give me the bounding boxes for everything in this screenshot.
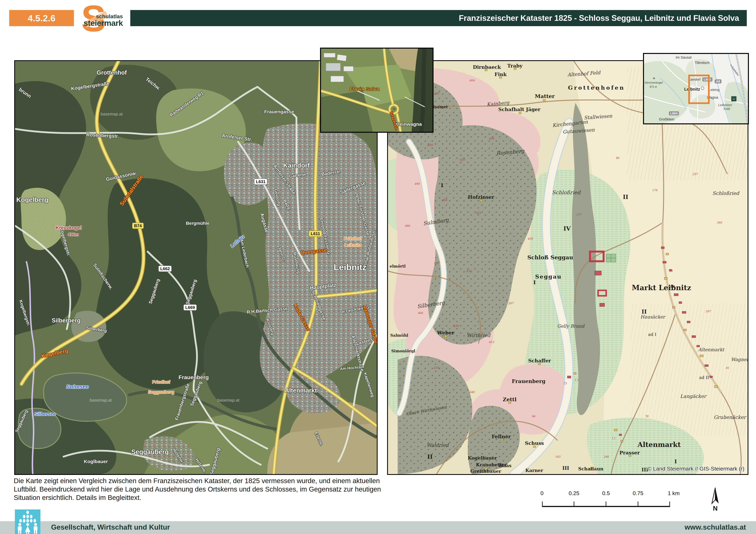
map-label: Kainberg: [487, 100, 509, 107]
map-label: Augasse: [259, 212, 270, 233]
map-label: 613: [489, 341, 494, 343]
map-label: Kapellenweg: [363, 372, 375, 398]
map-label: Schloßried: [712, 191, 739, 196]
map-label: 486: [405, 224, 410, 227]
map-label: Silberberg: [52, 317, 80, 324]
map-label: Silberberg: [417, 299, 445, 310]
map-label: Zettl: [503, 396, 516, 403]
map-label: Leibnitzer: [718, 103, 732, 107]
map-label: Altenmarkt: [285, 387, 317, 394]
map-label: Sallergasse: [339, 180, 366, 195]
map-label: Kleinwagna: [395, 121, 422, 127]
footer-url[interactable]: www.schulatlas.at: [685, 523, 746, 531]
map-label: Hirtenw.: [194, 457, 208, 473]
map-label: Rosenbergstr.: [86, 132, 119, 139]
logo-line2: steiermark: [84, 18, 123, 28]
north-arrow-icon: [710, 487, 721, 505]
map-label: basemap.at: [101, 112, 123, 116]
map-label: Kaindorf: [283, 162, 310, 169]
map-label: Altenmarkt: [698, 347, 724, 352]
map-label: 466: [418, 311, 423, 315]
map-label: Radwanderweg R1: [169, 90, 204, 118]
map-label: Grubenäcker: [714, 414, 746, 420]
map-label: 143: [555, 455, 560, 458]
map-copyright: © Land Steiermark // GIS-Steiermark (r): [648, 466, 744, 472]
map-label: 640: [470, 391, 474, 394]
map-label: Schloßried: [552, 190, 580, 195]
map-label: Karner: [525, 468, 543, 473]
map-label: 438: [453, 324, 458, 327]
map-label: Frauenberg: [512, 378, 546, 384]
north-arrow: N: [710, 487, 721, 513]
map-label: Wirthried: [467, 333, 490, 338]
map-label: 672: [434, 366, 439, 369]
map-label: I: [441, 182, 444, 189]
map-label: 96: [532, 415, 535, 418]
map-label: Schaffer: [528, 358, 551, 364]
map-label: Seggauberg: [148, 278, 161, 305]
map-label: Waldried: [427, 442, 448, 448]
map-label: 490: [415, 182, 419, 185]
map-label: Demmerkogel: [645, 81, 663, 85]
map-label: Kogelbauer: [468, 455, 497, 461]
people-icon: [15, 509, 40, 534]
map-label: 81: [726, 366, 729, 369]
map-label: Hauptplatz: [310, 282, 337, 291]
map-label: Schuss: [525, 440, 544, 446]
map-label: 207: [508, 302, 513, 305]
map-label: n-Autobahn: [729, 64, 740, 76]
map-label: B74: [132, 223, 144, 229]
map-label: Gelly Brand: [557, 323, 584, 329]
map-label: Ignaz-Forstner-Gasse: [355, 193, 370, 236]
map-label: 246: [604, 455, 609, 458]
north-label: N: [713, 505, 718, 512]
map-label: Altenmarkt: [637, 441, 681, 448]
map-label: Kada-Gasse: [292, 303, 311, 332]
header-bar: Franziszeischer Kataster 1825 - Schloss …: [130, 10, 747, 26]
map-label: Gartenw.: [289, 171, 307, 179]
inset-map-flavia-solva[interactable]: Flavia SolvaKleinwagnaGrazerstr.: [320, 48, 434, 133]
map-label: 127: [576, 213, 581, 216]
map-label: basemap.at: [90, 398, 112, 403]
scale-bar-line: [542, 500, 670, 507]
inset-map-location[interactable]: Im SausalTillmitschDemmerkogel671 mKaind…: [643, 53, 749, 124]
map-label: Sulmfischerw.: [92, 263, 114, 290]
map-label: Seggauberg: [148, 390, 174, 394]
map-label: Seggauberg: [189, 381, 203, 407]
map-label: elmörtl: [390, 264, 406, 268]
map-label: Großklein: [659, 117, 674, 121]
map-label: Grottenhof: [97, 69, 127, 76]
map-label: Arnfelser Str.: [222, 133, 252, 142]
map-label: Dirnbaeck: [473, 64, 501, 70]
map-label: Bergmühle: [186, 221, 209, 226]
map-label: A9: [715, 79, 721, 84]
map-label: Sulmsee: [66, 384, 89, 390]
map-label: Altenhof Feld: [567, 70, 601, 78]
map-label: Fellner: [492, 434, 511, 439]
map-label: Rüsthausg.: [292, 252, 302, 275]
map-label: 346: [717, 221, 722, 224]
map-label: Greithbauer: [470, 469, 501, 474]
map-label: Frauenbergstraße: [174, 383, 191, 421]
map-label: Jahn-G.: [277, 246, 287, 263]
scale-label-05: 0.5: [602, 490, 610, 496]
map-label: III: [562, 465, 569, 471]
map-label: Seggau: [535, 273, 562, 280]
zoom-out-button[interactable]: –: [731, 96, 737, 101]
map-label: Schloß Seggau: [527, 254, 573, 261]
scale-label-025: 0.25: [569, 490, 579, 496]
map-label: 664: [442, 198, 447, 201]
map-label: Obere Wirthwiesen: [406, 404, 447, 417]
map-label: Grottenhofen: [568, 85, 625, 91]
map-label: Sulmberg: [423, 217, 449, 227]
map-label: basemap.at: [217, 398, 239, 403]
map-label: Kogelbergstr.: [59, 227, 71, 257]
map-label: Guidassoniw.: [106, 170, 137, 182]
map-label: Klosterg.: [265, 318, 276, 337]
map-label: 604: [470, 79, 474, 82]
map-label: 496m: [68, 232, 79, 237]
map-label: 648: [434, 92, 439, 95]
map-label: 431: [466, 269, 472, 272]
map-label: Kogelberg: [16, 196, 48, 203]
inset-flavia-labels: Flavia SolvaKleinwagnaGrazerstr.: [321, 49, 433, 132]
